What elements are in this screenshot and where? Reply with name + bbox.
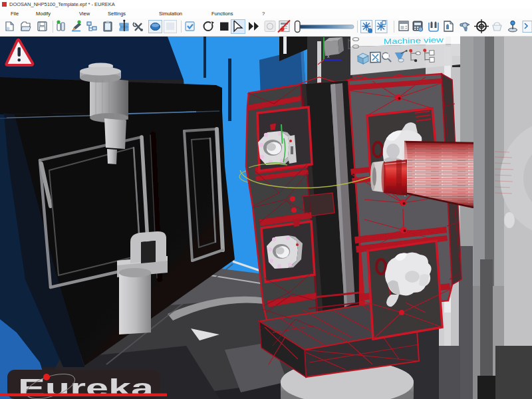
svg-text:?: ? [262,11,265,17]
svg-text:x: x [327,54,330,59]
svg-text:DOOSAN_NHP5100_Template.epf *: DOOSAN_NHP5100_Template.epf * - EUREKA [9,1,115,7]
svg-text:File: File [11,11,19,17]
svg-text:Settings: Settings [108,11,126,17]
svg-text:View: View [79,11,90,17]
svg-text:Modify: Modify [36,11,51,17]
svg-text:Simulation: Simulation [159,11,182,17]
svg-text:Functions: Functions [211,11,233,17]
